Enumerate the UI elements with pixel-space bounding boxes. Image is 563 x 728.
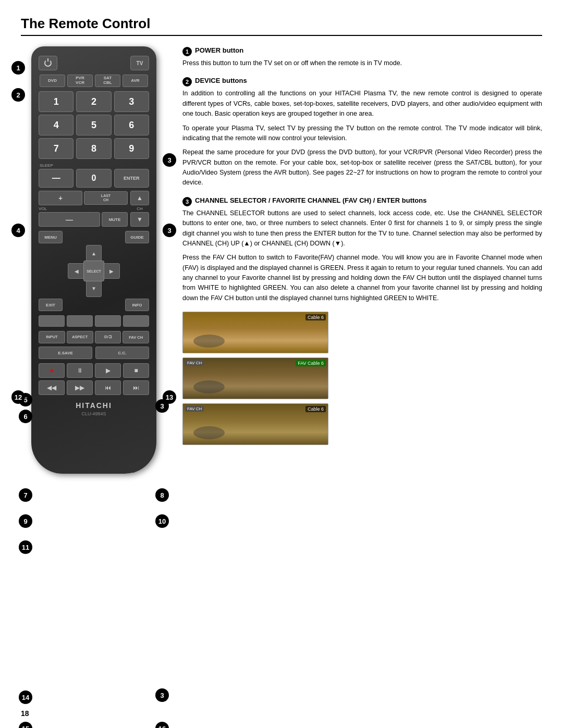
- num6-button[interactable]: 6: [114, 115, 149, 135]
- color-btn-1[interactable]: [39, 315, 65, 327]
- transport-row2: ◀◀ ▶▶ ⏮ ⏭: [39, 380, 149, 395]
- dash-button[interactable]: —: [39, 169, 74, 188]
- num9-button[interactable]: 9: [114, 138, 149, 159]
- dpad-right-button[interactable]: ▶: [103, 263, 120, 279]
- power-heading-text: POWER button: [195, 46, 243, 54]
- screenshot-3-overlay-left: FAV CH: [185, 406, 204, 412]
- pause-button[interactable]: ⏸: [67, 363, 93, 378]
- color-btn-3[interactable]: [95, 315, 121, 327]
- ch-label: CH: [137, 206, 143, 211]
- stop-button[interactable]: ■: [123, 363, 149, 378]
- fav-ch-button[interactable]: FAV CH: [123, 331, 149, 343]
- prev-button[interactable]: ⏮: [95, 380, 121, 395]
- screenshots-area: Cable 6 FAV CH FAV Cable 6 FAV CH Cable …: [182, 312, 542, 445]
- enter-button[interactable]: ENTER: [114, 169, 149, 188]
- channel-heading: 3 CHANNEL SELECTOR / FAVORITE CHANNEL (F…: [182, 196, 542, 206]
- rew-button[interactable]: ◀◀: [39, 380, 65, 395]
- vol-plus-button[interactable]: +: [39, 191, 82, 205]
- power-button[interactable]: [39, 56, 57, 70]
- record-button[interactable]: ●: [39, 363, 65, 378]
- vol-label: VOL: [39, 206, 128, 211]
- vol-minus-button[interactable]: —: [39, 212, 100, 227]
- callout-9: 9: [19, 514, 32, 528]
- device-row: DVD PVRVCR SATCBL AVR: [39, 75, 149, 87]
- cc-button[interactable]: C.C.: [95, 347, 149, 359]
- aspect-button[interactable]: ASPECT: [67, 331, 93, 343]
- brand-label: HITACHI: [39, 401, 149, 410]
- screenshot-2-overlay-right: FAV Cable 6: [296, 360, 326, 366]
- ch-up-button[interactable]: ▲: [130, 191, 149, 205]
- next-button[interactable]: ⏭: [123, 380, 149, 395]
- channel-heading-text: CHANNEL SELECTOR / FAVORITE CHANNEL (FAV…: [195, 196, 426, 204]
- play-button[interactable]: ▶: [95, 363, 121, 378]
- dpad-left-button[interactable]: ◀: [68, 263, 85, 279]
- section-channel: 3 CHANNEL SELECTOR / FAVORITE CHANNEL (F…: [182, 196, 542, 303]
- page-container: The Remote Control 1 TV 2: [0, 0, 563, 495]
- callout-3d: 3: [155, 688, 169, 702]
- avr-button[interactable]: AVR: [123, 75, 148, 87]
- zero-row: — 0 ENTER: [39, 169, 149, 188]
- dvd-button[interactable]: DVD: [40, 75, 65, 87]
- num4-button[interactable]: 4: [39, 115, 74, 135]
- num5-button[interactable]: 5: [76, 115, 111, 135]
- mute-button[interactable]: MUTE: [102, 212, 128, 227]
- title-bar: The Remote Control: [21, 16, 542, 36]
- nav-section: 7 8 9 10 11: [39, 231, 149, 311]
- color-btn-4[interactable]: [123, 315, 149, 327]
- pvr-vcr-button[interactable]: PVRVCR: [67, 75, 93, 87]
- power-row: TV: [39, 56, 149, 70]
- power-text: Press this button to turn the TV set on …: [182, 58, 542, 68]
- dpad-down-button[interactable]: ▼: [86, 280, 102, 297]
- select-button[interactable]: SELECT: [83, 261, 104, 281]
- power-icon: [44, 59, 52, 67]
- dpad-up-button[interactable]: ▲: [86, 245, 102, 262]
- callout-1: 1: [11, 61, 25, 75]
- num7-button[interactable]: 7: [39, 138, 74, 159]
- sat-cbl-button[interactable]: SATCBL: [95, 75, 120, 87]
- ffwd-button[interactable]: ▶▶: [67, 380, 93, 395]
- color-btn-row: [39, 315, 149, 327]
- menu-guide-row: MENU GUIDE: [39, 231, 149, 243]
- num8-button[interactable]: 8: [76, 138, 111, 159]
- callout-3: 3: [163, 153, 176, 167]
- num2-button[interactable]: 2: [76, 91, 111, 112]
- screenshot-1: Cable 6: [182, 312, 328, 353]
- callout-10: 10: [155, 514, 169, 528]
- num1-button[interactable]: 1: [39, 91, 74, 112]
- dpad: ▲ ▼ ◀ ▶ SELECT: [68, 245, 120, 297]
- page-number: 18: [21, 709, 29, 718]
- number-pad: 1 2 3 4 5 6 7 8 9: [39, 91, 149, 159]
- zero-button[interactable]: 0: [76, 169, 111, 188]
- callout-2: 2: [11, 88, 25, 102]
- screenshot-1-overlay: Cable 6: [305, 314, 326, 320]
- callout-11: 11: [19, 540, 32, 554]
- page-title: The Remote Control: [21, 16, 542, 32]
- sleep-label: SLEEP: [40, 163, 149, 168]
- device-heading-text: DEVICE buttons: [195, 77, 247, 84]
- ch-down-button[interactable]: ▼: [130, 212, 149, 227]
- remote-body: 1 TV 2 DVD PVRVCR: [31, 46, 156, 474]
- sleep-row: SLEEP — 0 ENTER: [39, 163, 149, 188]
- color-btn-2[interactable]: [67, 315, 93, 327]
- remote-wrapper: 1 TV 2 DVD PVRVCR: [21, 46, 167, 474]
- input-button[interactable]: INPUT: [39, 331, 65, 343]
- circle-2: 2: [182, 77, 192, 87]
- esave-row: 15 16 E.SAVE C.C.: [39, 347, 149, 359]
- circle-3: 3: [182, 197, 192, 206]
- model-label: CLU-4984S: [39, 411, 149, 416]
- right-content: 1 POWER button Press this button to turn…: [182, 46, 542, 445]
- main-content: 1 TV 2 DVD PVRVCR: [21, 46, 542, 474]
- transport-row1: 17 ● ⏸ ▶ ■: [39, 363, 149, 378]
- pip-button[interactable]: ⊙/⊐: [95, 331, 121, 343]
- info-button[interactable]: INFO: [125, 299, 149, 311]
- menu-button[interactable]: MENU: [39, 231, 63, 243]
- last-ch-button[interactable]: LASTCH: [84, 191, 128, 205]
- screenshot-2: FAV CH FAV Cable 6: [182, 357, 328, 399]
- tv-button[interactable]: TV: [130, 56, 149, 70]
- channel-text: The CHANNEL SELECTOR buttons are used to…: [182, 208, 542, 303]
- callout-7: 7: [19, 488, 32, 502]
- guide-button[interactable]: GUIDE: [125, 231, 149, 243]
- exit-button[interactable]: EXIT: [39, 299, 63, 311]
- num3-button[interactable]: 3: [114, 91, 149, 112]
- esave-button[interactable]: E.SAVE: [39, 347, 92, 359]
